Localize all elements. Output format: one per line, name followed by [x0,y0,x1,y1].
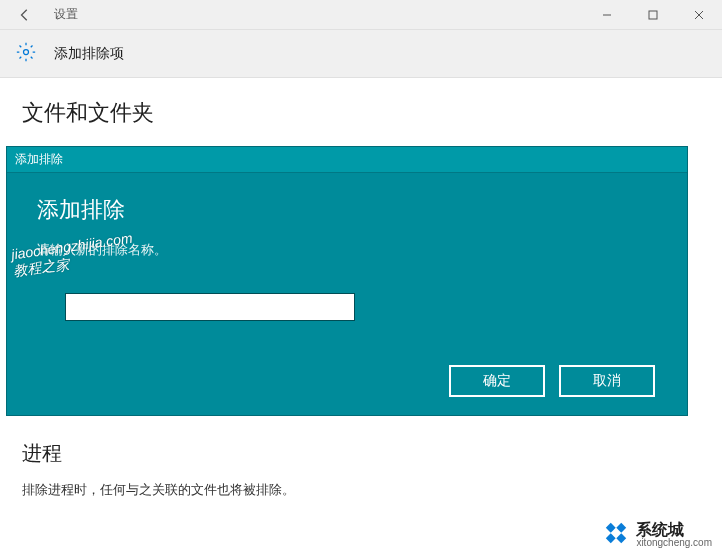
cancel-button[interactable]: 取消 [559,365,655,397]
window-title: 设置 [54,6,78,23]
brand-logo-icon [602,519,630,551]
dialog-button-row: 确定 取消 [37,365,657,397]
section-process-desc: 排除进程时，任何与之关联的文件也将被排除。 [22,481,700,499]
page-title: 添加排除项 [54,45,124,63]
maximize-icon [648,10,658,20]
minimize-button[interactable] [584,0,630,30]
footer-brand: 系统城 xitongcheng.com [602,519,712,551]
main-content: 文件和文件夹 添加排除 添加排除 请输入新的排除名称。 确定 取消 进程 排除进… [0,78,722,499]
svg-rect-2 [606,523,616,533]
section-process-title: 进程 [22,440,700,467]
exclusion-name-input[interactable] [65,293,355,321]
section-process: 进程 排除进程时，任何与之关联的文件也将被排除。 [22,440,700,499]
arrow-left-icon [18,8,32,22]
dialog-heading: 添加排除 [37,195,657,225]
add-exclusion-dialog: 添加排除 添加排除 请输入新的排除名称。 确定 取消 [6,146,688,416]
dialog-prompt: 请输入新的排除名称。 [37,241,657,259]
svg-rect-3 [617,523,627,533]
dialog-titlebar: 添加排除 [7,147,687,173]
window-controls [584,0,722,30]
svg-rect-0 [649,11,657,19]
brand-name: 系统城 [636,522,712,538]
svg-rect-4 [606,533,616,543]
brand-url: xitongcheng.com [636,538,712,548]
brand-text: 系统城 xitongcheng.com [636,522,712,548]
back-button[interactable] [10,0,40,30]
section-files-title: 文件和文件夹 [22,98,700,128]
close-icon [694,10,704,20]
window-titlebar: 设置 [0,0,722,30]
page-header: 添加排除项 [0,30,722,78]
svg-rect-5 [617,533,627,543]
maximize-button[interactable] [630,0,676,30]
minimize-icon [602,10,612,20]
svg-point-1 [24,49,29,54]
dialog-body: 添加排除 请输入新的排除名称。 确定 取消 [7,173,687,415]
close-button[interactable] [676,0,722,30]
gear-icon [16,42,36,66]
ok-button[interactable]: 确定 [449,365,545,397]
